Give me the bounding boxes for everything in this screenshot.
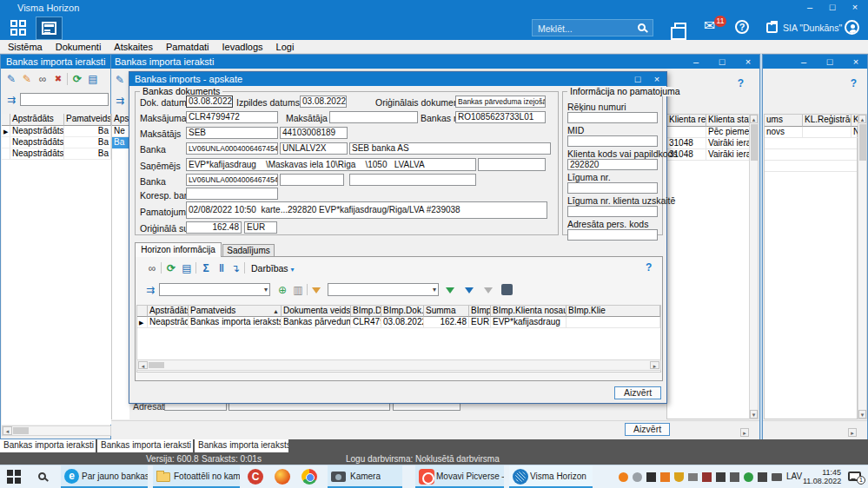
left-window-titlebar[interactable]: Bankas importa ieraksti <box>1 55 110 69</box>
tab-sadalijums[interactable]: Sadalījums <box>222 244 275 257</box>
mid-scroll-right-icon[interactable]: ▸ <box>740 428 749 437</box>
adresata-pers-kods-field[interactable] <box>567 229 658 241</box>
dialog-scroll-left-icon[interactable]: ◂ <box>138 361 148 369</box>
sliver-row-selected[interactable]: Ba <box>112 137 130 148</box>
menu-ievadlogs[interactable]: Ievadlogs <box>222 40 263 53</box>
right-cell[interactable] <box>803 127 851 137</box>
maksajuma-nr-field[interactable]: CLR4799472 <box>186 111 278 123</box>
firefox-icon[interactable] <box>275 469 290 485</box>
left-hscrollbar[interactable]: ◂ <box>2 425 111 436</box>
mid-scroll-down-icon[interactable]: ▾ <box>750 410 758 419</box>
right-close-button[interactable]: × <box>850 56 862 68</box>
darbibas-menu[interactable]: Darbības ▾ <box>251 263 295 274</box>
taskbar-app-folder[interactable]: Fotoattēli no kamer... <box>153 465 240 488</box>
orig-veids-field[interactable]: Bankas pārveduma izejošā puse <box>455 96 546 108</box>
right-maximize-button[interactable]: □ <box>824 56 836 68</box>
sliver-row-1[interactable]: Ne <box>112 126 130 137</box>
left-cell[interactable]: Neapstrādāts <box>10 148 64 159</box>
liguma-nr-field[interactable] <box>567 182 658 194</box>
print-grid-icon[interactable]: ▤ <box>180 261 194 275</box>
menu-dokumenti[interactable]: Dokumenti <box>56 40 102 53</box>
grid-col[interactable]: BImp.Dok. dat... <box>383 306 424 315</box>
tray-icon-pen[interactable] <box>730 472 739 482</box>
taskbar-search-icon[interactable] <box>38 472 46 480</box>
mid-scroll-up-icon[interactable]: ▴ <box>750 115 758 123</box>
new-record-icon[interactable]: ✎ <box>4 72 18 86</box>
left-hscroll-thumb[interactable] <box>13 427 29 434</box>
grid-select[interactable]: SERGEJS Bankas importa ieraksti ▾ <box>159 283 270 296</box>
grid-cell[interactable]: Bankas importa ieraksts <box>189 317 282 327</box>
mid-filter-cell[interactable]: Pēc piemekl. kl. <box>706 127 750 137</box>
taskbar-clock[interactable]: 11:45 11.08.2022 <box>803 468 841 485</box>
dialog-close-icon[interactable]: × <box>651 74 663 85</box>
mid-cell[interactable]: Vairāki ieraksti <box>706 138 750 148</box>
mid-minimize-button[interactable]: – <box>690 56 702 68</box>
filter-edit-icon[interactable] <box>312 287 321 293</box>
grid-col[interactable]: BImp.Klienta nosaukums <box>493 306 567 315</box>
right-minimize-button[interactable]: – <box>798 56 810 68</box>
maksatajs-konts-field[interactable]: 44103008189 <box>280 127 348 139</box>
help-icon[interactable]: ? <box>735 20 749 34</box>
tray-icon-display[interactable] <box>772 473 782 481</box>
tray-icon-webcam[interactable] <box>633 472 642 482</box>
sum-icon[interactable]: Σ <box>199 261 213 275</box>
sanemejs-extra-field[interactable] <box>478 158 546 171</box>
grid-col[interactable]: Dokumenta veids <box>283 306 350 315</box>
grid-col[interactable]: BImp.Do... <box>353 306 381 315</box>
banka2-konts-field[interactable]: LV06UNLA0004006467454 <box>186 174 278 186</box>
company-name[interactable]: SIA "Dunkāns" <box>783 23 842 33</box>
panel-help-icon[interactable]: ? <box>646 261 652 274</box>
right-scroll-down-icon[interactable]: ▾ <box>858 410 866 419</box>
dialog-scroll-right-icon[interactable]: ▸ <box>650 361 659 369</box>
rekinu-numuri-field[interactable] <box>567 112 658 123</box>
global-search-input[interactable]: Meklēt... <box>532 19 653 36</box>
mid-help-icon[interactable]: ? <box>738 77 744 89</box>
banka1-nosaukums-field[interactable]: SEB banka AS <box>349 142 551 155</box>
mid-col-klienta-statuss[interactable]: Klienta statuss <box>708 115 750 124</box>
grid-col[interactable]: Summa <box>426 306 455 315</box>
columns-icon[interactable]: ‖ <box>215 261 229 275</box>
taskbar-app-camera[interactable]: Kamera <box>328 465 402 488</box>
left-cell[interactable]: Ba <box>64 148 111 159</box>
left-scroll-left-icon[interactable]: ◂ <box>3 426 12 435</box>
right-col-1[interactable]: ums <box>766 115 783 124</box>
mid-window-titlebar[interactable]: Bankas importa ieraksti <box>109 55 759 69</box>
grid-cell[interactable]: 03.08.2022. <box>381 317 424 327</box>
maksatajs-field[interactable]: SEB <box>186 127 278 139</box>
left-cell[interactable]: Neapstrādāts <box>10 126 64 136</box>
user-avatar-icon[interactable] <box>845 20 859 35</box>
grid-cell[interactable]: EUR <box>469 317 491 327</box>
taskbar-app-movavi[interactable]: Movavi Picverse – ... <box>415 465 504 488</box>
mid-vscrollbar[interactable]: ▴ ▾ <box>749 114 759 419</box>
right-scroll-right-icon[interactable]: ▸ <box>848 428 857 437</box>
left-export-icon[interactable]: ⇉ <box>4 93 18 107</box>
mid-close-button[interactable]: × <box>742 56 754 68</box>
tray-icon-antivirus[interactable] <box>619 472 628 482</box>
mid-maximize-button[interactable]: □ <box>716 56 728 68</box>
windows-icon[interactable] <box>674 23 686 32</box>
pivot-icon[interactable]: ↴ <box>229 261 242 275</box>
grid-export-icon[interactable]: ⇉ <box>143 283 157 297</box>
klienta-kods-field[interactable]: 292820 <box>567 159 658 170</box>
banka2-b-field[interactable] <box>280 174 344 186</box>
dialog-hscrollbar[interactable]: ◂ ▸ <box>136 359 661 371</box>
grid-cell[interactable]: Neapstrādāts <box>148 317 189 327</box>
left-cell[interactable]: Ba <box>64 126 111 136</box>
tray-icon-volume-muted[interactable] <box>702 472 712 482</box>
koresp-banka-field[interactable] <box>186 188 278 200</box>
izpildes-datums-field[interactable]: 03.08.2022. <box>300 96 347 108</box>
dialog-close-button[interactable]: Aizvērt <box>614 386 661 399</box>
valuta-field[interactable]: EUR <box>244 221 277 234</box>
mid-vscroll-thumb[interactable] <box>751 124 758 161</box>
grid-col[interactable]: BImp.Klie <box>568 306 606 315</box>
maksataja-ref-field[interactable] <box>329 111 418 123</box>
tray-icon-photos[interactable] <box>660 472 670 482</box>
view-icon[interactable]: ∞ <box>145 261 159 275</box>
filter-apply-icon[interactable] <box>446 287 454 293</box>
sanemejs-field[interactable]: EVP*kafijasdraug \Maskavas iela 10\Riga … <box>186 158 476 171</box>
left-filter-select[interactable]: SERGEJS Bankas importa ierak <box>20 93 109 106</box>
refresh-grid-icon[interactable]: ⟳ <box>164 261 178 275</box>
filter-sort-icon[interactable] <box>465 287 474 293</box>
filter-clear-icon[interactable] <box>484 287 493 293</box>
app-close-button[interactable]: × <box>849 2 861 13</box>
